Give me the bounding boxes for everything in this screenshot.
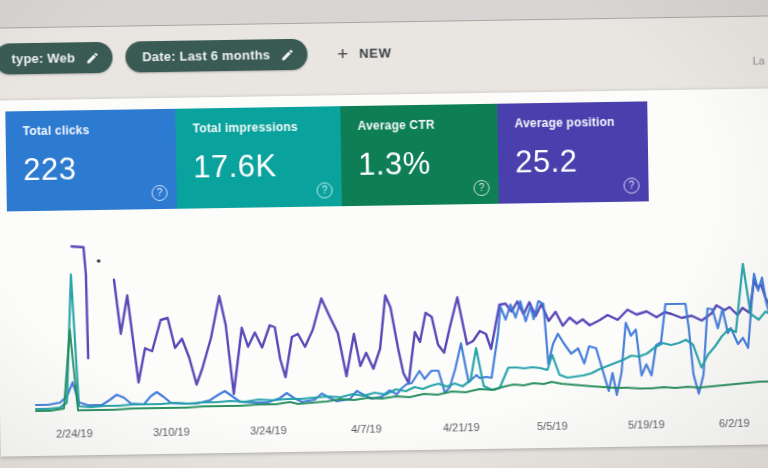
chart-canvas[interactable]	[33, 223, 768, 425]
filter-bar: type: Web Date: Last 6 months + NEW	[0, 37, 392, 74]
x-axis-label: 2/24/19	[56, 427, 93, 440]
metric-card-total-clicks[interactable]: Total clicks 223 ?	[5, 109, 177, 212]
metric-value: 223	[23, 150, 177, 188]
browser-screen: type: Web Date: Last 6 months + NEW La T…	[0, 14, 768, 468]
help-icon[interactable]: ?	[473, 180, 489, 196]
metric-label: Total clicks	[23, 122, 176, 138]
date-filter-chip-label: Date: Last 6 months	[142, 47, 270, 64]
photo-background: { "filter_bar": { "search_type_chip": "t…	[0, 0, 768, 468]
chart-line-clicks	[34, 273, 768, 406]
x-axis-label: 5/5/19	[537, 420, 568, 432]
metric-card-total-impressions[interactable]: Total impressions 17.6K ?	[175, 106, 342, 209]
metric-value: 25.2	[515, 142, 649, 180]
metric-cards: Total clicks 223 ? Total impressions 17.…	[5, 101, 648, 211]
x-axis-label: 5/19/19	[628, 418, 665, 431]
x-axis-label: 4/21/19	[443, 421, 480, 434]
metric-card-average-position[interactable]: Average position 25.2 ?	[497, 101, 649, 203]
metric-value: 17.6K	[193, 147, 342, 185]
date-filter-chip[interactable]: Date: Last 6 months	[125, 39, 308, 73]
help-icon[interactable]: ?	[316, 182, 332, 198]
help-icon[interactable]: ?	[151, 185, 167, 201]
search-type-chip[interactable]: type: Web	[0, 42, 112, 75]
metric-card-average-ctr[interactable]: Average CTR 1.3% ?	[340, 104, 499, 206]
metric-label: Average CTR	[357, 117, 497, 133]
performance-panel: Total clicks 223 ? Total impressions 17.…	[0, 88, 768, 457]
metric-label: Total impressions	[192, 119, 340, 135]
search-type-chip-label: type: Web	[11, 50, 75, 66]
plus-icon: +	[337, 43, 349, 65]
x-axis-label: 6/2/19	[719, 417, 750, 429]
edit-pencil-icon[interactable]	[85, 50, 99, 64]
x-axis-label: 4/7/19	[351, 423, 382, 435]
help-icon[interactable]: ?	[623, 178, 639, 194]
stray-dot	[97, 259, 101, 263]
x-axis-label: 3/10/19	[153, 426, 190, 439]
metric-label: Average position	[514, 114, 647, 130]
metric-value: 1.3%	[358, 145, 499, 183]
new-filter-button[interactable]: + NEW	[337, 42, 392, 65]
x-axis-label: 3/24/19	[250, 424, 287, 437]
edit-pencil-icon[interactable]	[280, 47, 294, 61]
new-button-label: NEW	[359, 45, 392, 61]
performance-chart[interactable]	[33, 223, 768, 425]
top-right-text-fragment: La	[753, 55, 765, 67]
